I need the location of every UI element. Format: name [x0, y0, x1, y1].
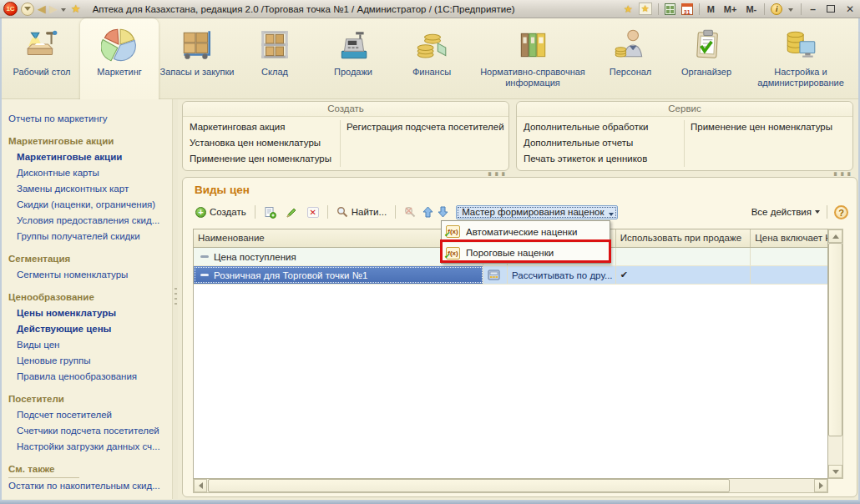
- scroll-down-button[interactable]: [828, 465, 842, 478]
- tab-personnel[interactable]: Персонал: [594, 22, 666, 99]
- tab-reference-info[interactable]: Нормативно-справочная информация: [471, 22, 594, 99]
- main-menu-button[interactable]: [21, 3, 34, 16]
- menu-item-threshold-markups[interactable]: f(x)✔ Пороговые наценки: [442, 242, 610, 263]
- sidebar-item-marketing-actions[interactable]: Маркетинговые акции: [8, 149, 172, 165]
- sidebar-item-marketing-reports[interactable]: Отчеты по маркетингу: [8, 111, 172, 127]
- sidebar-item-discount-groups[interactable]: Группы получателей скидки: [8, 229, 172, 244]
- link-additional-reports[interactable]: Дополнительные отчеты: [524, 135, 852, 151]
- clipboard-icon: [689, 26, 724, 64]
- cash-register-icon: [336, 26, 371, 64]
- tab-warehouse[interactable]: Склад: [235, 22, 314, 99]
- toolbar-separator: [327, 205, 328, 219]
- folders-icon: [515, 26, 550, 64]
- close-button[interactable]: ✕: [843, 3, 857, 15]
- scroll-left-button[interactable]: [194, 479, 207, 492]
- calculator-icon[interactable]: [665, 3, 675, 15]
- vertical-scroll-thumb[interactable]: [828, 243, 842, 436]
- sidebar-splitter[interactable]: [172, 99, 178, 499]
- sidebar-item-pricing-rules[interactable]: Правила ценообразования: [8, 369, 172, 385]
- info-icon[interactable]: i: [771, 3, 782, 15]
- memory-m-minus-button[interactable]: М-: [744, 4, 758, 14]
- sidebar-item-discount-conditions[interactable]: Условия предоставления скид...: [8, 213, 172, 229]
- tab-inventory-purchases[interactable]: Запасы и закупки: [159, 22, 235, 99]
- memory-m-plus-button[interactable]: М+: [722, 4, 739, 14]
- row-name: Цена поступления: [214, 252, 296, 262]
- calculated-price-icon: [488, 270, 500, 280]
- service-panel-title: Сервис: [517, 102, 852, 117]
- check-icon: ✔: [620, 270, 628, 280]
- sidebar-item-discounts[interactable]: Скидки (наценки, ограничения): [8, 197, 172, 213]
- link-set-prices[interactable]: Установка цен номенклатуры: [190, 135, 508, 151]
- link-apply-prices[interactable]: Применение цен номенклатуры: [190, 151, 508, 167]
- info-dropdown-icon[interactable]: [788, 8, 793, 14]
- horizontal-scrollbar[interactable]: [193, 479, 828, 493]
- sidebar-item-price-types[interactable]: Виды цен: [8, 337, 172, 353]
- link-apply-prices-service[interactable]: Применение цен номенклатуры: [691, 119, 832, 135]
- back-button[interactable]: ◀: [38, 3, 46, 16]
- sidebar-item-discount-cards[interactable]: Дисконтные карты: [8, 165, 172, 181]
- menu-item-automatic-markups[interactable]: f(x)✔ Автоматические наценки: [442, 221, 610, 242]
- sidebar-item-current-prices[interactable]: Действующие цены: [8, 321, 172, 337]
- link-visitor-registration[interactable]: Регистрация подсчета посетителей: [347, 119, 504, 135]
- edit-button[interactable]: [283, 205, 301, 219]
- price-types-table: Наименование Использовать при продаже Це…: [193, 229, 828, 479]
- triangle-up-icon: [832, 231, 839, 239]
- tab-marketing[interactable]: Маркетинг: [80, 18, 159, 99]
- forward-button[interactable]: ▶: [49, 3, 58, 16]
- tab-label: Склад: [261, 67, 288, 78]
- check-icon: ✔: [444, 251, 451, 262]
- sidebar-group-header-see-also: См. также: [8, 461, 79, 478]
- copy-button[interactable]: [261, 205, 279, 219]
- horizontal-scroll-thumb[interactable]: [208, 479, 730, 492]
- column-header-price-includes-vat[interactable]: Цена включает Н: [751, 229, 827, 247]
- column-header-name[interactable]: Наименование: [194, 229, 483, 247]
- list-item-dash-icon: [200, 255, 209, 258]
- add-favorite-icon[interactable]: ★: [624, 3, 633, 15]
- tab-desktop[interactable]: Рабочий стол: [3, 22, 80, 99]
- history-dropdown-icon[interactable]: [61, 8, 66, 14]
- markup-master-dropdown-button[interactable]: Мастер формирования наценок: [456, 205, 618, 219]
- tab-organizer[interactable]: Органайзер: [666, 22, 746, 99]
- calendar-icon[interactable]: 31: [681, 3, 693, 15]
- triangle-down-icon: [832, 470, 839, 477]
- sidebar-item-nomenclature-prices[interactable]: Цены номенклатуры: [8, 305, 172, 321]
- sidebar-item-visitor-counters[interactable]: Счетчики подсчета посетителей: [8, 423, 172, 439]
- maximize-button[interactable]: [827, 5, 835, 13]
- sidebar-group-header: Посетители: [8, 391, 172, 407]
- minimize-button[interactable]: –: [807, 3, 818, 15]
- tab-label: Настройка и администрирование: [746, 67, 855, 88]
- link-print-labels[interactable]: Печать этикеток и ценников: [524, 151, 852, 167]
- clear-find-button[interactable]: [402, 205, 418, 219]
- all-actions-button[interactable]: Все действия: [751, 207, 820, 217]
- tab-administration[interactable]: Настройка и администрирование: [746, 22, 855, 99]
- sidebar-item-visitor-count[interactable]: Подсчет посетителей: [8, 407, 172, 423]
- sidebar-item-cumulative-discounts[interactable]: Остатки по накопительным скид...: [8, 478, 172, 494]
- column-header-use-on-sale[interactable]: Использовать при продаже: [616, 229, 751, 247]
- 1c-logo-icon[interactable]: 1С: [3, 2, 18, 16]
- tab-finance[interactable]: Финансы: [392, 22, 471, 99]
- show-favorites-icon[interactable]: ★: [639, 3, 652, 15]
- vertical-scrollbar[interactable]: [828, 229, 843, 479]
- memory-m-button[interactable]: М: [706, 4, 716, 14]
- window-title: Аптека для Казахстана, редакция 2.0 /Тор…: [93, 4, 515, 14]
- delete-button[interactable]: ✕: [305, 206, 321, 219]
- sidebar-item-counter-data-settings[interactable]: Настройки загрузки данных сч...: [8, 439, 172, 455]
- favorites-star-icon[interactable]: ★: [71, 3, 81, 15]
- find-button[interactable]: Найти...: [334, 205, 389, 219]
- create-button[interactable]: + Создать: [193, 206, 249, 219]
- tab-sales[interactable]: Продажи: [314, 22, 392, 99]
- scroll-up-button[interactable]: [828, 229, 842, 243]
- move-up-button[interactable]: [422, 206, 433, 218]
- row-vat: [751, 266, 827, 284]
- move-down-button[interactable]: [438, 206, 448, 218]
- dropdown-arrow-icon: [609, 213, 614, 219]
- table-row-retail-price-selected[interactable]: Розничная для Торговой точки №1 Рассчиты…: [194, 266, 827, 285]
- sidebar-item-nomenclature-segments[interactable]: Сегменты номенклатуры: [8, 267, 172, 283]
- titlebar-separator: [764, 3, 765, 15]
- app-window: 1С ◀ ▶ ★ Аптека для Казахстана, редакция…: [0, 0, 860, 504]
- help-button[interactable]: ?: [834, 205, 848, 219]
- sidebar-item-price-groups[interactable]: Ценовые группы: [8, 353, 172, 369]
- scroll-right-button[interactable]: [814, 479, 827, 492]
- row-calc-method: Рассчитывать по дру...: [508, 266, 616, 284]
- sidebar-item-card-replacements[interactable]: Замены дисконтных карт: [8, 181, 172, 197]
